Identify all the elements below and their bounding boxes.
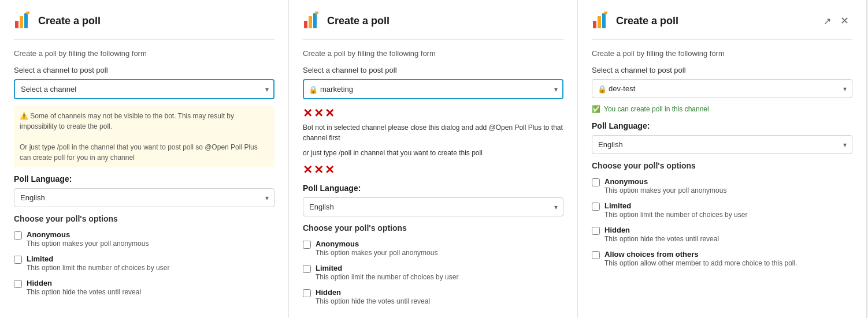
- anonymous-checkbox-3[interactable]: [592, 178, 600, 186]
- limited-label: Limited: [27, 255, 169, 263]
- svg-rect-2: [24, 13, 28, 28]
- error-text-line2: or just type /poll in channel that you w…: [303, 148, 563, 158]
- anonymous-text-group-3: Anonymous This option makes your poll an…: [604, 177, 726, 194]
- panel-3-header: Create a poll ↗ ✕: [592, 12, 852, 30]
- panel-1-warning-text1: Some of channels may not be visible to t…: [20, 112, 234, 130]
- svg-rect-5: [304, 21, 307, 28]
- panel-1: Create a poll Create a poll by filling t…: [0, 0, 289, 318]
- panel-3-channel-select[interactable]: dev-test: [592, 79, 852, 98]
- panel-1-header: Create a poll: [14, 12, 275, 30]
- panel-3-language-select[interactable]: English: [592, 135, 852, 154]
- panel-3-options-title: Choose your poll's options: [592, 161, 852, 170]
- anonymous-desc-2: This option makes your poll anonymous: [316, 249, 437, 257]
- panel-1-warning: ⚠️ Some of channels may not be visible t…: [14, 106, 275, 167]
- panel-3-subtitle: Create a poll by filling the following f…: [592, 49, 852, 58]
- panel-1-poll-language-label: Poll Language:: [14, 174, 275, 184]
- panel-2-poll-language-label: Poll Language:: [303, 184, 563, 193]
- hidden-text-group: Hidden This option hide the votes until …: [27, 279, 141, 296]
- panel-1-language-select-wrapper: English ▾: [14, 188, 275, 207]
- option-allow-choices-3: Allow choices from others This option al…: [592, 250, 852, 267]
- limited-text-group-3: Limited This option limit the number of …: [604, 201, 747, 219]
- panel-1-language-select[interactable]: English: [14, 188, 275, 207]
- panel-1-channel-select[interactable]: Select a channel: [14, 79, 275, 99]
- limited-desc-3: This option limit the number of choices …: [604, 211, 747, 219]
- logo-icon-3: [592, 12, 610, 30]
- option-hidden-3: Hidden This option hide the votes until …: [592, 226, 852, 243]
- panel-3-poll-language-label: Poll Language:: [592, 121, 852, 130]
- allow-choices-checkbox-3[interactable]: [592, 251, 600, 259]
- option-limited-3: Limited This option limit the number of …: [592, 201, 852, 219]
- svg-rect-11: [598, 16, 601, 28]
- panel-1-channel-select-wrapper: Select a channel ▾: [14, 79, 275, 99]
- anonymous-text-group-2: Anonymous This option makes your poll an…: [316, 240, 437, 257]
- option-hidden: Hidden This option hide the votes until …: [14, 279, 275, 296]
- anonymous-desc-3: This option makes your poll anonymous: [604, 186, 726, 194]
- hidden-text-group-2: Hidden This option hide the votes until …: [316, 288, 430, 305]
- option-anonymous: Anonymous This option makes your poll an…: [14, 230, 275, 248]
- panel-2: Create a poll Create a poll by filling t…: [289, 0, 578, 318]
- panel-1-options-title: Choose your poll's options: [14, 214, 275, 223]
- panel-1-options: Anonymous This option makes your poll an…: [14, 230, 275, 296]
- panel-1-subtitle: Create a poll by filling the following f…: [14, 49, 275, 58]
- hidden-checkbox[interactable]: [14, 280, 22, 288]
- panel-1-title: Create a poll: [38, 15, 101, 27]
- panel-3-title: Create a poll: [616, 15, 678, 27]
- panel-2-channel-select-wrapper: 🔒 marketing ▾: [303, 79, 563, 99]
- allow-choices-desc-3: This option allow other member to add mo…: [604, 259, 797, 267]
- panel-2-header: Create a poll: [303, 12, 563, 30]
- allow-choices-text-group-3: Allow choices from others This option al…: [604, 250, 797, 267]
- hidden-desc: This option hide the votes until reveal: [27, 288, 141, 296]
- anonymous-checkbox[interactable]: [14, 231, 22, 240]
- svg-rect-1: [20, 16, 23, 28]
- close-button[interactable]: ✕: [837, 13, 852, 28]
- hidden-checkbox-2[interactable]: [303, 289, 311, 297]
- error-xxx1: ✕✕✕: [303, 106, 563, 120]
- panel-3: Create a poll ↗ ✕ Create a poll by filli…: [578, 0, 867, 318]
- panel-2-channel-label: Select a channel to post poll: [303, 66, 563, 74]
- limited-text-group-2: Limited This option limit the number of …: [316, 264, 458, 281]
- limited-label-3: Limited: [604, 201, 747, 210]
- panel-2-error: ✕✕✕ Bot not in selected channel please c…: [303, 106, 563, 177]
- limited-checkbox-3[interactable]: [592, 203, 600, 211]
- svg-rect-10: [593, 21, 596, 28]
- panel-1-divider: [14, 39, 275, 40]
- panel-2-options: Anonymous This option makes your poll an…: [303, 240, 563, 305]
- panel-2-channel-select[interactable]: marketing: [303, 79, 563, 99]
- panel-3-language-select-wrapper: English ▾: [592, 135, 852, 154]
- panel-3-channel-select-wrapper: 🔒 dev-test ▾: [592, 79, 852, 98]
- svg-rect-7: [313, 13, 317, 28]
- panel-3-success: ✅ You can create poll in this channel: [592, 105, 852, 113]
- svg-rect-6: [309, 16, 312, 28]
- hidden-checkbox-3[interactable]: [592, 227, 600, 235]
- option-hidden-2: Hidden This option hide the votes until …: [303, 288, 563, 305]
- panel-2-title: Create a poll: [327, 15, 390, 27]
- external-link-button[interactable]: ↗: [820, 14, 834, 28]
- option-anonymous-3: Anonymous This option makes your poll an…: [592, 177, 852, 194]
- panel-2-divider: [303, 39, 563, 40]
- hidden-label-3: Hidden: [604, 226, 719, 234]
- anonymous-desc: This option makes your poll anonymous: [27, 240, 149, 248]
- anonymous-checkbox-2[interactable]: [303, 241, 311, 249]
- hidden-desc-3: This option hide the votes until reveal: [604, 235, 719, 243]
- panel-2-language-select[interactable]: English: [303, 197, 563, 216]
- option-limited: Limited This option limit the number of …: [14, 255, 275, 272]
- anonymous-text-group: Anonymous This option makes your poll an…: [27, 230, 149, 248]
- error-text-line1: Bot not in selected channel please close…: [303, 122, 563, 143]
- hidden-label-2: Hidden: [316, 288, 430, 297]
- panel-2-subtitle: Create a poll by filling the following f…: [303, 49, 563, 58]
- limited-checkbox-2[interactable]: [303, 265, 311, 273]
- anonymous-label: Anonymous: [27, 230, 149, 239]
- warning-icon: ⚠️: [20, 112, 28, 120]
- limited-checkbox[interactable]: [14, 256, 22, 264]
- limited-label-2: Limited: [316, 264, 458, 272]
- anonymous-label-2: Anonymous: [316, 240, 437, 248]
- panel-2-language-select-wrapper: English ▾: [303, 197, 563, 216]
- allow-choices-label-3: Allow choices from others: [604, 250, 797, 259]
- panel-3-header-actions: ↗ ✕: [820, 13, 852, 28]
- success-text: You can create poll in this channel: [604, 105, 709, 113]
- logo-icon-2: [303, 12, 321, 30]
- panel-2-options-title: Choose your poll's options: [303, 223, 563, 233]
- limited-desc: This option limit the number of choices …: [27, 264, 169, 272]
- panel-3-divider: [592, 39, 852, 40]
- hidden-label: Hidden: [27, 279, 141, 287]
